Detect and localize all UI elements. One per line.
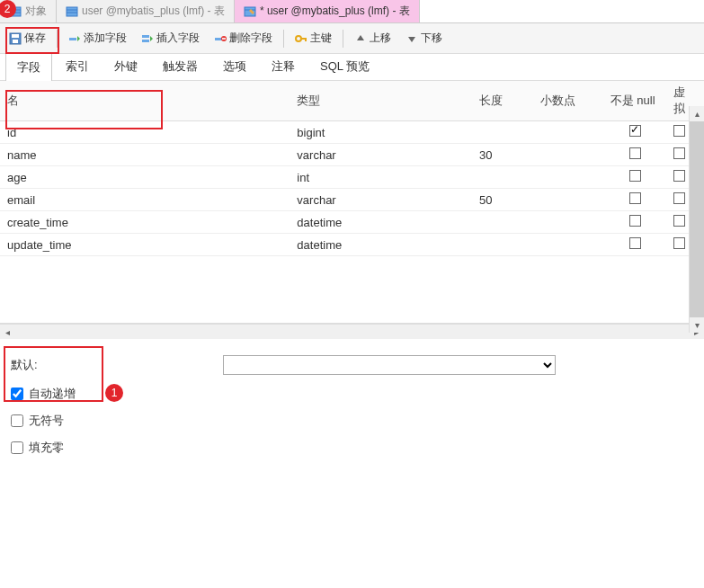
cell-name[interactable]: name (0, 144, 290, 166)
checkbox-icon[interactable] (673, 147, 685, 159)
checkbox-icon[interactable] (629, 237, 641, 249)
checkbox-icon[interactable] (629, 147, 641, 159)
default-select[interactable] (223, 355, 556, 375)
tab-comment[interactable]: 注释 (260, 52, 307, 80)
cell-notnull[interactable] (603, 121, 667, 144)
cell-type[interactable]: varchar (290, 144, 472, 166)
cell-length[interactable] (472, 166, 533, 189)
cell-notnull[interactable] (603, 234, 667, 256)
zerofill-input[interactable] (11, 441, 23, 454)
svg-rect-13 (142, 40, 149, 42)
document-tabs: 对象 user @mybatis_plus (lmf) - 表 * user @… (0, 0, 704, 23)
checkbox-icon[interactable] (629, 125, 641, 137)
cell-type[interactable]: varchar (290, 189, 472, 211)
svg-rect-11 (69, 38, 76, 40)
cell-type[interactable]: bigint (290, 121, 472, 144)
cell-decimals[interactable] (533, 144, 603, 166)
col-header-length[interactable]: 长度 (472, 81, 533, 121)
arrow-down-icon (405, 32, 418, 45)
checkbox-icon[interactable] (673, 170, 685, 182)
tab-options[interactable]: 选项 (211, 52, 258, 80)
cell-notnull[interactable] (603, 144, 667, 166)
cell-decimals[interactable] (533, 121, 603, 144)
cell-decimals[interactable] (533, 211, 603, 234)
delete-field-button[interactable]: 删除字段 (209, 28, 278, 49)
scroll-down-icon[interactable]: ▾ (690, 317, 704, 333)
cell-length[interactable]: 50 (472, 189, 533, 211)
scroll-left-icon[interactable]: ◂ (0, 325, 15, 339)
scroll-track[interactable] (15, 325, 689, 339)
table-design-icon (244, 5, 256, 18)
tab-empty (420, 0, 704, 22)
fields-grid-wrap: 名 类型 长度 小数点 不是 null 虚拟 idbigintnamevarch… (0, 81, 704, 324)
vertical-scrollbar[interactable]: ▴ ▾ (689, 106, 704, 333)
col-header-notnull[interactable]: 不是 null (603, 81, 667, 121)
tab-foreign-keys[interactable]: 外键 (102, 52, 149, 80)
zerofill-checkbox[interactable]: 填充零 (11, 440, 693, 456)
table-row[interactable]: create_timedatetime (0, 211, 704, 234)
tab-fields[interactable]: 字段 (5, 53, 52, 81)
cell-type[interactable]: datetime (290, 234, 472, 256)
save-label: 保存 (24, 31, 46, 46)
scroll-thumb[interactable] (690, 121, 704, 317)
tab-triggers[interactable]: 触发器 (151, 52, 209, 80)
tab-sql-preview[interactable]: SQL 预览 (308, 52, 381, 80)
cell-notnull[interactable] (603, 189, 667, 211)
cell-name[interactable]: age (0, 166, 290, 189)
cell-name[interactable]: id (0, 121, 290, 144)
unsigned-checkbox[interactable]: 无符号 (11, 413, 693, 429)
col-header-name[interactable]: 名 (0, 81, 290, 121)
checkbox-icon[interactable] (673, 237, 685, 249)
move-down-button[interactable]: 下移 (400, 28, 448, 49)
separator (283, 30, 284, 48)
table-row[interactable]: emailvarchar50 (0, 189, 704, 211)
insert-field-button[interactable]: 插入字段 (136, 28, 205, 49)
svg-rect-16 (222, 38, 226, 40)
cell-decimals[interactable] (533, 166, 603, 189)
default-label: 默认: (11, 357, 56, 373)
cell-length[interactable]: 30 (472, 144, 533, 166)
zerofill-label: 填充零 (29, 440, 64, 456)
checkbox-icon[interactable] (629, 215, 641, 227)
checkbox-icon[interactable] (673, 192, 685, 204)
checkbox-icon[interactable] (673, 125, 685, 137)
svg-rect-10 (13, 40, 18, 43)
tab-user-design[interactable]: * user @mybatis_plus (lmf) - 表 (235, 0, 420, 22)
svg-rect-3 (67, 7, 77, 16)
fields-grid[interactable]: 名 类型 长度 小数点 不是 null 虚拟 idbigintnamevarch… (0, 81, 704, 256)
col-header-decimals[interactable]: 小数点 (533, 81, 603, 121)
primary-key-button[interactable]: 主键 (290, 28, 337, 49)
horizontal-scrollbar[interactable]: ◂ ▸ (0, 324, 704, 339)
auto-increment-input[interactable] (11, 388, 23, 400)
cell-notnull[interactable] (603, 211, 667, 234)
cell-name[interactable]: create_time (0, 211, 290, 234)
table-row[interactable]: namevarchar30 (0, 144, 704, 166)
cell-name[interactable]: email (0, 189, 290, 211)
table-row[interactable]: idbigint (0, 121, 704, 144)
cell-notnull[interactable] (603, 166, 667, 189)
add-field-button[interactable]: 添加字段 (63, 28, 132, 49)
checkbox-icon[interactable] (673, 215, 685, 227)
cell-type[interactable]: datetime (290, 211, 472, 234)
table-row[interactable]: ageint (0, 166, 704, 189)
save-button[interactable]: 保存 (4, 28, 51, 49)
table-row[interactable]: update_timedatetime (0, 234, 704, 256)
scroll-up-icon[interactable]: ▴ (690, 106, 704, 121)
field-properties: 默认: 自动递增 无符号 填充零 (0, 339, 704, 483)
col-header-type[interactable]: 类型 (290, 81, 472, 121)
move-up-button[interactable]: 上移 (349, 28, 397, 49)
checkbox-icon[interactable] (629, 192, 641, 204)
tab-indexes[interactable]: 索引 (54, 52, 101, 80)
tab-user-table[interactable]: user @mybatis_plus (lmf) - 表 (57, 0, 235, 22)
tab-label: 对象 (25, 4, 47, 19)
checkbox-icon[interactable] (629, 170, 641, 182)
unsigned-input[interactable] (11, 414, 23, 427)
cell-length[interactable] (472, 211, 533, 234)
cell-decimals[interactable] (533, 189, 603, 211)
svg-rect-19 (305, 38, 307, 41)
cell-length[interactable] (472, 234, 533, 256)
cell-decimals[interactable] (533, 234, 603, 256)
cell-name[interactable]: update_time (0, 234, 290, 256)
cell-length[interactable] (472, 121, 533, 144)
cell-type[interactable]: int (290, 166, 472, 189)
